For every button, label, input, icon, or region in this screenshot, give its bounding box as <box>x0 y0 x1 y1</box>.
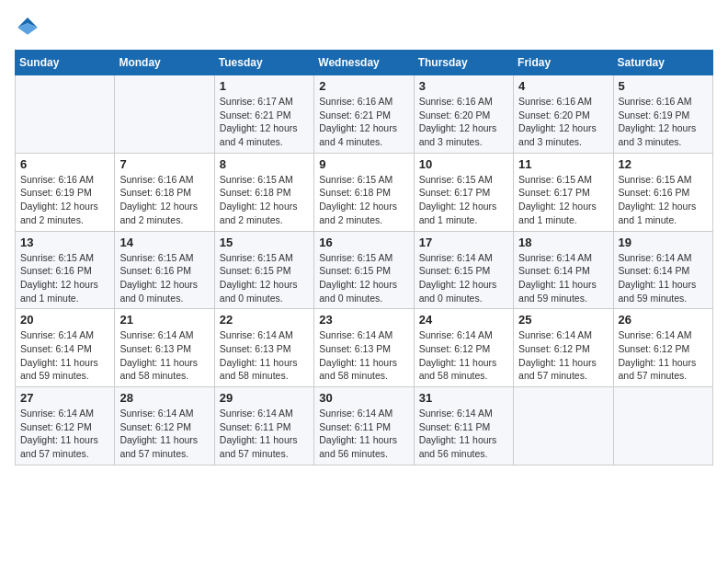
weekday-header-friday: Friday <box>514 51 613 75</box>
calendar-cell: 21Sunrise: 6:14 AM Sunset: 6:13 PM Dayli… <box>115 309 214 387</box>
day-info: Sunrise: 6:15 AM Sunset: 6:16 PM Dayligh… <box>619 173 708 227</box>
day-number: 6 <box>20 157 109 171</box>
calendar-cell: 14Sunrise: 6:15 AM Sunset: 6:16 PM Dayli… <box>115 231 214 309</box>
day-info: Sunrise: 6:16 AM Sunset: 6:19 PM Dayligh… <box>20 173 109 227</box>
day-number: 27 <box>20 391 109 405</box>
calendar-table: SundayMondayTuesdayWednesdayThursdayFrid… <box>15 50 713 465</box>
day-number: 3 <box>419 79 508 93</box>
week-row-3: 13Sunrise: 6:15 AM Sunset: 6:16 PM Dayli… <box>16 231 713 309</box>
weekday-header-monday: Monday <box>115 51 214 75</box>
day-info: Sunrise: 6:14 AM Sunset: 6:11 PM Dayligh… <box>220 407 309 461</box>
day-info: Sunrise: 6:14 AM Sunset: 6:12 PM Dayligh… <box>619 328 708 383</box>
day-number: 24 <box>419 313 508 327</box>
day-number: 1 <box>220 79 309 93</box>
day-number: 30 <box>319 391 408 405</box>
day-info: Sunrise: 6:16 AM Sunset: 6:21 PM Dayligh… <box>319 95 408 149</box>
day-number: 14 <box>119 236 209 249</box>
calendar-cell: 8Sunrise: 6:15 AM Sunset: 6:18 PM Daylig… <box>214 153 313 231</box>
day-number: 19 <box>619 236 708 249</box>
calendar-cell: 16Sunrise: 6:15 AM Sunset: 6:15 PM Dayli… <box>314 231 414 309</box>
calendar-cell: 24Sunrise: 6:14 AM Sunset: 6:12 PM Dayli… <box>414 309 513 387</box>
calendar-cell <box>115 75 214 154</box>
calendar-cell: 22Sunrise: 6:14 AM Sunset: 6:13 PM Dayli… <box>214 309 313 387</box>
day-info: Sunrise: 6:14 AM Sunset: 6:14 PM Dayligh… <box>518 251 608 305</box>
day-info: Sunrise: 6:14 AM Sunset: 6:11 PM Dayligh… <box>419 407 508 461</box>
week-row-4: 20Sunrise: 6:14 AM Sunset: 6:14 PM Dayli… <box>16 309 713 387</box>
calendar-cell: 30Sunrise: 6:14 AM Sunset: 6:11 PM Dayli… <box>314 387 414 465</box>
calendar-cell: 11Sunrise: 6:15 AM Sunset: 6:17 PM Dayli… <box>514 153 613 231</box>
day-number: 9 <box>319 157 408 171</box>
calendar-cell: 27Sunrise: 6:14 AM Sunset: 6:12 PM Dayli… <box>16 387 115 465</box>
day-info: Sunrise: 6:14 AM Sunset: 6:14 PM Dayligh… <box>20 328 109 383</box>
day-info: Sunrise: 6:14 AM Sunset: 6:15 PM Dayligh… <box>419 251 508 305</box>
calendar-cell: 2Sunrise: 6:16 AM Sunset: 6:21 PM Daylig… <box>314 75 414 154</box>
calendar-cell <box>514 387 613 465</box>
day-number: 4 <box>518 79 608 93</box>
day-info: Sunrise: 6:14 AM Sunset: 6:11 PM Dayligh… <box>319 407 408 461</box>
day-number: 11 <box>518 157 608 171</box>
day-number: 13 <box>20 236 109 249</box>
day-info: Sunrise: 6:16 AM Sunset: 6:19 PM Dayligh… <box>619 95 708 149</box>
calendar-cell: 12Sunrise: 6:15 AM Sunset: 6:16 PM Dayli… <box>613 153 712 231</box>
day-number: 20 <box>20 313 109 327</box>
calendar-cell: 15Sunrise: 6:15 AM Sunset: 6:15 PM Dayli… <box>214 231 313 309</box>
day-info: Sunrise: 6:15 AM Sunset: 6:18 PM Dayligh… <box>220 173 309 227</box>
day-number: 18 <box>518 236 608 249</box>
calendar-cell: 17Sunrise: 6:14 AM Sunset: 6:15 PM Dayli… <box>414 231 513 309</box>
day-number: 29 <box>220 391 309 405</box>
calendar-cell: 13Sunrise: 6:15 AM Sunset: 6:16 PM Dayli… <box>16 231 115 309</box>
day-number: 25 <box>518 313 608 327</box>
calendar-cell: 3Sunrise: 6:16 AM Sunset: 6:20 PM Daylig… <box>414 75 513 154</box>
day-info: Sunrise: 6:15 AM Sunset: 6:15 PM Dayligh… <box>319 251 408 305</box>
calendar-cell: 7Sunrise: 6:16 AM Sunset: 6:18 PM Daylig… <box>115 153 214 231</box>
day-number: 16 <box>319 236 408 249</box>
day-number: 2 <box>319 79 408 93</box>
calendar-cell <box>613 387 712 465</box>
day-number: 10 <box>419 157 508 171</box>
calendar-cell: 29Sunrise: 6:14 AM Sunset: 6:11 PM Dayli… <box>214 387 313 465</box>
week-row-1: 1Sunrise: 6:17 AM Sunset: 6:21 PM Daylig… <box>16 75 713 154</box>
weekday-header-sunday: Sunday <box>16 51 115 75</box>
calendar-cell: 31Sunrise: 6:14 AM Sunset: 6:11 PM Dayli… <box>414 387 513 465</box>
day-info: Sunrise: 6:14 AM Sunset: 6:12 PM Dayligh… <box>419 328 508 383</box>
day-number: 17 <box>419 236 508 249</box>
day-info: Sunrise: 6:14 AM Sunset: 6:13 PM Dayligh… <box>319 328 408 383</box>
calendar-cell: 26Sunrise: 6:14 AM Sunset: 6:12 PM Dayli… <box>613 309 712 387</box>
day-info: Sunrise: 6:14 AM Sunset: 6:13 PM Dayligh… <box>119 328 209 383</box>
calendar-header: SundayMondayTuesdayWednesdayThursdayFrid… <box>16 51 713 75</box>
weekday-header-wednesday: Wednesday <box>314 51 414 75</box>
calendar-cell: 1Sunrise: 6:17 AM Sunset: 6:21 PM Daylig… <box>214 75 313 154</box>
day-number: 8 <box>220 157 309 171</box>
week-row-2: 6Sunrise: 6:16 AM Sunset: 6:19 PM Daylig… <box>16 153 713 231</box>
day-info: Sunrise: 6:15 AM Sunset: 6:18 PM Dayligh… <box>319 173 408 227</box>
day-number: 12 <box>619 157 708 171</box>
calendar-cell: 10Sunrise: 6:15 AM Sunset: 6:17 PM Dayli… <box>414 153 513 231</box>
day-info: Sunrise: 6:16 AM Sunset: 6:20 PM Dayligh… <box>419 95 508 149</box>
day-info: Sunrise: 6:15 AM Sunset: 6:16 PM Dayligh… <box>119 251 209 305</box>
day-info: Sunrise: 6:16 AM Sunset: 6:18 PM Dayligh… <box>119 173 209 227</box>
header <box>15 15 713 40</box>
day-number: 26 <box>619 313 708 327</box>
day-number: 15 <box>220 236 309 249</box>
calendar-cell: 19Sunrise: 6:14 AM Sunset: 6:14 PM Dayli… <box>613 231 712 309</box>
logo-icon <box>15 15 40 40</box>
day-info: Sunrise: 6:15 AM Sunset: 6:16 PM Dayligh… <box>20 251 109 305</box>
day-info: Sunrise: 6:15 AM Sunset: 6:17 PM Dayligh… <box>518 173 608 227</box>
week-row-5: 27Sunrise: 6:14 AM Sunset: 6:12 PM Dayli… <box>16 387 713 465</box>
calendar-cell: 20Sunrise: 6:14 AM Sunset: 6:14 PM Dayli… <box>16 309 115 387</box>
day-info: Sunrise: 6:15 AM Sunset: 6:17 PM Dayligh… <box>419 173 508 227</box>
calendar-cell: 4Sunrise: 6:16 AM Sunset: 6:20 PM Daylig… <box>514 75 613 154</box>
calendar-body: 1Sunrise: 6:17 AM Sunset: 6:21 PM Daylig… <box>16 75 713 465</box>
calendar-cell <box>16 75 115 154</box>
weekday-header-saturday: Saturday <box>613 51 712 75</box>
day-info: Sunrise: 6:14 AM Sunset: 6:13 PM Dayligh… <box>220 328 309 383</box>
calendar-cell: 18Sunrise: 6:14 AM Sunset: 6:14 PM Dayli… <box>514 231 613 309</box>
day-number: 23 <box>319 313 408 327</box>
day-info: Sunrise: 6:14 AM Sunset: 6:12 PM Dayligh… <box>518 328 608 383</box>
day-info: Sunrise: 6:14 AM Sunset: 6:12 PM Dayligh… <box>119 407 209 461</box>
day-info: Sunrise: 6:15 AM Sunset: 6:15 PM Dayligh… <box>220 251 309 305</box>
day-number: 22 <box>220 313 309 327</box>
calendar-cell: 5Sunrise: 6:16 AM Sunset: 6:19 PM Daylig… <box>613 75 712 154</box>
weekday-header-tuesday: Tuesday <box>214 51 313 75</box>
calendar-cell: 25Sunrise: 6:14 AM Sunset: 6:12 PM Dayli… <box>514 309 613 387</box>
